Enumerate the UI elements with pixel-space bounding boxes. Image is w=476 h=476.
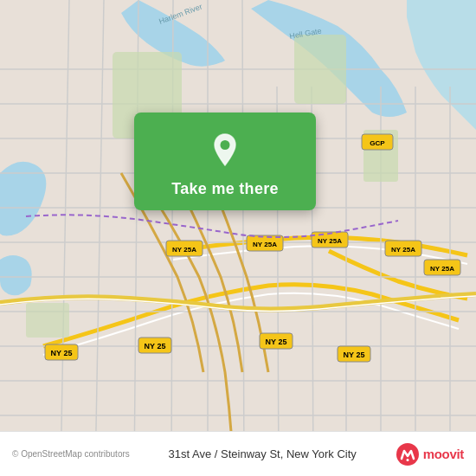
svg-rect-0 [0, 0, 476, 476]
svg-rect-25 [294, 35, 346, 104]
svg-text:NY 25A: NY 25A [318, 237, 342, 245]
svg-text:NY 25: NY 25 [344, 351, 365, 359]
location-title: 31st Ave / Steinway St, New York City [130, 447, 396, 460]
moovit-logo: moovit [396, 442, 464, 466]
moovit-icon-svg [396, 442, 420, 466]
svg-rect-27 [26, 303, 69, 338]
svg-text:NY 25A: NY 25A [430, 265, 454, 273]
bottom-bar: © OpenStreetMap contributors 31st Ave / … [0, 431, 476, 476]
svg-text:NY 25A: NY 25A [253, 241, 277, 248]
svg-point-52 [406, 459, 408, 461]
svg-text:NY 25A: NY 25A [172, 246, 196, 254]
take-me-there-card[interactable]: Take me there [134, 113, 316, 210]
svg-text:NY 25: NY 25 [266, 338, 287, 346]
svg-text:NY 25: NY 25 [145, 342, 166, 351]
map-attribution: © OpenStreetMap contributors [12, 449, 130, 459]
svg-point-50 [221, 140, 230, 150]
location-pin-icon [203, 128, 248, 173]
svg-text:NY 25A: NY 25A [391, 246, 415, 254]
svg-text:NY 25: NY 25 [51, 349, 73, 357]
svg-text:GCP: GCP [370, 139, 385, 147]
take-me-there-label: Take me there [171, 180, 279, 198]
moovit-brand-text: moovit [423, 447, 464, 461]
map-background: NY 25 NY 25 NY 25 NY 25 NY 25A NY 25A NY… [0, 0, 476, 476]
map-container: NY 25 NY 25 NY 25 NY 25 NY 25A NY 25A NY… [0, 0, 476, 476]
